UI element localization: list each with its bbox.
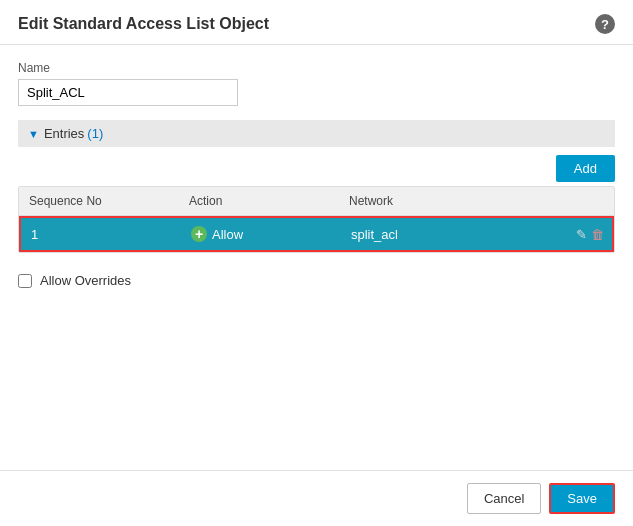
col-action: Action <box>179 187 339 215</box>
cell-sequence: 1 <box>21 219 181 250</box>
col-sequence: Sequence No <box>19 187 179 215</box>
cell-row-actions: ✎ 🗑 <box>562 219 612 250</box>
dialog-footer: Cancel Save <box>0 470 633 526</box>
dialog-title: Edit Standard Access List Object <box>18 15 269 33</box>
cell-network: split_acl <box>341 219 562 250</box>
table-header: Sequence No Action Network <box>19 187 614 216</box>
help-icon[interactable]: ? <box>595 14 615 34</box>
name-label: Name <box>18 61 615 75</box>
table-row[interactable]: 1 Allow split_acl ✎ 🗑 <box>19 216 614 252</box>
entries-table: Sequence No Action Network 1 Allow split… <box>18 186 615 253</box>
collapse-arrow-icon: ▼ <box>28 128 39 140</box>
action-label: Allow <box>212 227 243 242</box>
entries-label: Entries <box>44 126 84 141</box>
edit-icon[interactable]: ✎ <box>576 227 587 242</box>
cancel-button[interactable]: Cancel <box>467 483 541 514</box>
add-button-row: Add <box>18 155 615 182</box>
entries-count: (1) <box>87 126 103 141</box>
edit-acl-dialog: Edit Standard Access List Object ? Name … <box>0 0 633 526</box>
allow-overrides-checkbox[interactable] <box>18 274 32 288</box>
col-actions <box>564 187 614 215</box>
cell-action: Allow <box>181 218 341 250</box>
col-network: Network <box>339 187 564 215</box>
delete-icon[interactable]: 🗑 <box>591 227 604 242</box>
entries-section-header: ▼ Entries (1) <box>18 120 615 147</box>
name-input[interactable] <box>18 79 238 106</box>
dialog-body: Name ▼ Entries (1) Add Sequence No Actio… <box>0 45 633 470</box>
allow-overrides-label: Allow Overrides <box>40 273 131 288</box>
add-button[interactable]: Add <box>556 155 615 182</box>
allow-icon <box>191 226 207 242</box>
dialog-header: Edit Standard Access List Object ? <box>0 0 633 45</box>
save-button[interactable]: Save <box>549 483 615 514</box>
allow-overrides-row: Allow Overrides <box>18 273 615 288</box>
